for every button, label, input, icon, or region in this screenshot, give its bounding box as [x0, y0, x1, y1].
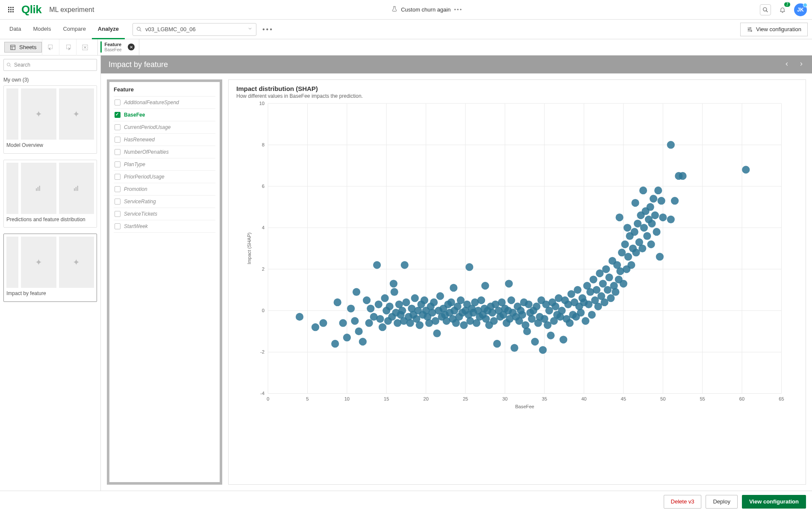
svg-text:2: 2	[262, 266, 265, 272]
flask-icon	[391, 6, 397, 13]
topbar: Qlik ML experiment Custom churn again ••…	[0, 0, 812, 20]
feature-item[interactable]: ServiceTickets	[114, 208, 215, 220]
tab-models[interactable]: Models	[27, 20, 57, 39]
experiment-more-icon[interactable]: •••	[454, 6, 463, 13]
svg-point-267	[651, 211, 659, 219]
sheet-card[interactable]: ✦✦Impact by feature	[3, 234, 97, 302]
svg-point-222	[588, 311, 596, 319]
svg-point-79	[363, 296, 371, 304]
selection-back-icon[interactable]	[42, 39, 59, 56]
svg-text:45: 45	[621, 396, 626, 401]
sheet-card[interactable]: Predictions and feature distribution	[3, 160, 97, 228]
view-configuration-primary-button[interactable]: View configuration	[742, 495, 806, 509]
tab-analyze[interactable]: Analyze	[92, 20, 125, 39]
svg-point-4	[750, 27, 751, 28]
tab-data[interactable]: Data	[3, 20, 27, 39]
svg-point-153	[481, 282, 489, 290]
svg-point-251	[631, 228, 638, 236]
svg-point-67	[296, 313, 303, 321]
checkbox-icon	[115, 211, 121, 217]
svg-text:40: 40	[581, 396, 586, 401]
notifications-button[interactable]: 7	[777, 4, 788, 15]
svg-text:20: 20	[423, 396, 428, 401]
svg-point-131	[450, 284, 457, 292]
svg-text:55: 55	[700, 396, 705, 401]
shap-scatter-plot[interactable]: 05101520253035404550556065-4-20246810Bas…	[236, 99, 798, 411]
svg-point-69	[319, 319, 327, 327]
svg-point-171	[507, 296, 515, 304]
svg-text:5: 5	[306, 396, 309, 401]
svg-point-86	[379, 323, 386, 331]
secondbar: DataModelsCompareAnalyze v03_LGBMC_00_06…	[0, 20, 812, 39]
svg-text:10: 10	[259, 101, 264, 106]
svg-point-203	[558, 307, 565, 314]
feature-item[interactable]: PlanType	[114, 158, 215, 171]
svg-point-247	[624, 253, 632, 260]
avatar[interactable]: JK	[794, 3, 807, 16]
svg-point-161	[493, 340, 501, 348]
svg-point-100	[401, 261, 409, 269]
svg-point-75	[351, 317, 359, 325]
filter-pill[interactable]: Feature BaseFee ✕	[97, 39, 139, 56]
feature-label: HasRenewed	[124, 137, 155, 143]
notification-count: 7	[784, 2, 790, 7]
svg-rect-17	[36, 188, 37, 191]
chevron-down-icon	[247, 26, 253, 32]
global-search-button[interactable]	[760, 4, 771, 15]
svg-point-231	[602, 265, 610, 273]
footer: Delete v3 Deploy View configuration	[0, 491, 812, 512]
impact-header-title: Impact by feature	[109, 60, 168, 69]
deploy-button[interactable]: Deploy	[706, 495, 737, 509]
feature-item[interactable]: PriorPeriodUsage	[114, 171, 215, 183]
svg-point-276	[679, 172, 686, 180]
experiment-label: Custom churn again	[401, 6, 450, 13]
selection-forward-icon[interactable]	[59, 39, 76, 56]
prev-sheet-icon[interactable]	[784, 60, 790, 69]
sheets-button[interactable]: Sheets	[4, 42, 42, 53]
feature-label: BaseFee	[124, 112, 145, 118]
next-sheet-icon[interactable]	[798, 60, 804, 69]
filter-close-icon[interactable]: ✕	[128, 44, 135, 50]
feature-item[interactable]: AdditionalFeatureSpend	[114, 97, 215, 109]
clear-selections-icon[interactable]	[76, 39, 93, 56]
svg-text:60: 60	[739, 396, 744, 401]
feature-item[interactable]: ServiceRating	[114, 196, 215, 208]
secondbar-more[interactable]: •••	[262, 26, 274, 33]
delete-button[interactable]: Delete v3	[664, 495, 702, 509]
feature-item[interactable]: NumberOfPenalties	[114, 146, 215, 158]
svg-point-208	[566, 319, 574, 327]
feature-item[interactable]: BaseFee	[114, 109, 215, 121]
sheet-search[interactable]: Search	[3, 59, 97, 71]
svg-rect-11	[67, 45, 71, 49]
svg-line-16	[10, 66, 11, 67]
tab-compare[interactable]: Compare	[57, 20, 91, 39]
feature-label: NumberOfPenalties	[124, 149, 169, 155]
checkbox-icon	[115, 186, 121, 192]
main: Search My own (3) ✦✦Model OverviewPredic…	[0, 56, 812, 491]
svg-point-264	[647, 240, 655, 248]
svg-text:-2: -2	[260, 349, 265, 354]
my-own-label: My own (3)	[3, 77, 97, 83]
sheets-icon	[10, 44, 16, 50]
svg-point-106	[411, 294, 419, 302]
feature-item[interactable]: CurrentPeriodUsage	[114, 121, 215, 134]
svg-point-187	[533, 303, 540, 310]
sheet-card-title: Impact by feature	[6, 290, 94, 297]
svg-point-258	[639, 187, 647, 194]
experiment-name[interactable]: Custom churn again •••	[99, 6, 755, 13]
svg-point-234	[607, 294, 615, 302]
checkbox-icon	[115, 124, 121, 130]
svg-point-122	[436, 292, 444, 300]
svg-point-271	[657, 197, 665, 205]
view-configuration-button[interactable]: View configuration	[740, 23, 808, 36]
impact-header: Impact by feature	[101, 56, 812, 73]
feature-item[interactable]: HasRenewed	[114, 134, 215, 146]
feature-item[interactable]: StartWeek	[114, 220, 215, 233]
sheet-card[interactable]: ✦✦Model Overview	[3, 85, 97, 154]
sheet-card-title: Predictions and feature distribution	[6, 217, 94, 223]
waffle-icon[interactable]	[5, 4, 16, 15]
model-selector[interactable]: v03_LGBMC_00_06	[132, 23, 256, 36]
feature-item[interactable]: Promotion	[114, 183, 215, 196]
svg-point-278	[742, 166, 750, 173]
svg-line-3	[140, 30, 141, 31]
